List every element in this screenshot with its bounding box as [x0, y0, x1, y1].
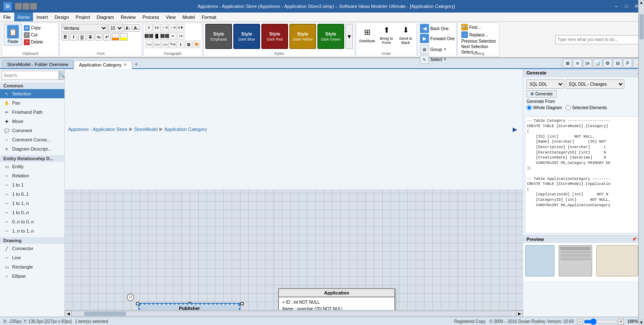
v-scrollbar-track[interactable]	[639, 6, 644, 319]
app-field-id[interactable]: + ID : int NOT NULL	[282, 299, 391, 306]
tool-line[interactable]: ─ Line	[0, 253, 64, 262]
common-section-header[interactable]: Common	[0, 82, 64, 89]
rotate-handle[interactable]: ↺	[127, 294, 134, 301]
align-justify-button[interactable]: ≡	[169, 32, 176, 40]
breadcrumb-store-model[interactable]: StoreModel	[134, 127, 158, 132]
menu-format[interactable]: Format	[198, 13, 220, 21]
align-center-button[interactable]: ▐▌	[153, 32, 161, 40]
menu-model[interactable]: Model	[179, 13, 198, 21]
tab-store-model[interactable]: StoreModel - Folder Overview	[2, 60, 74, 68]
tool-selection[interactable]: ↖ Selection	[0, 89, 64, 98]
style-emphasis-button[interactable]: Style Emphasis	[205, 24, 232, 49]
menu-view[interactable]: View	[163, 13, 179, 21]
h-scrollbar-track[interactable]	[72, 312, 516, 316]
cut-button[interactable]: ✂ Cut	[23, 32, 56, 38]
italic-button[interactable]: I	[70, 33, 77, 41]
superscript-button[interactable]: X²	[103, 33, 111, 41]
valign-mid-button[interactable]: ↕▭	[153, 41, 161, 48]
font-family-select[interactable]: Verdana	[61, 24, 107, 32]
tab-application-category[interactable]: Application Category ✕	[74, 61, 132, 69]
tool-1to1n[interactable]: ─ 1 to 1..n	[0, 199, 64, 208]
send-to-back-button[interactable]: ⬇ Send to Back	[396, 24, 415, 46]
fill-button[interactable]: 🎨	[193, 41, 200, 48]
scroll-left-button[interactable]: ◀	[65, 310, 72, 317]
paste-button[interactable]: 📋 Paste	[4, 24, 22, 46]
line-spacing-button[interactable]: ↕≡	[177, 32, 184, 40]
add-tab-button[interactable]: +	[132, 60, 141, 68]
quick-redo[interactable]	[30, 3, 37, 10]
border-button[interactable]: ▦	[185, 41, 192, 48]
menu-file[interactable]: File	[0, 13, 14, 21]
preview-pin-icon[interactable]: 📌	[632, 237, 636, 241]
ddl-type-select[interactable]: SQL DDL	[526, 79, 564, 89]
subscript-button[interactable]: X₂	[95, 33, 102, 41]
handle-tr[interactable]	[240, 302, 244, 305]
tool-ellipse[interactable]: ○ Ellipse	[0, 271, 64, 281]
copy-button[interactable]: ⧉ Copy	[23, 25, 56, 31]
tool-move[interactable]: ✚ Move	[0, 117, 64, 126]
h-scrollbar-thumb[interactable]	[84, 312, 126, 316]
entity-publisher[interactable]: Publisher + ID : int NOT NULL Name : nva…	[139, 304, 240, 310]
menu-diagram[interactable]: Diagram	[93, 13, 118, 21]
columns-button[interactable]: ⫿	[177, 41, 184, 48]
style-dark-green-button[interactable]: Style Dark Green	[317, 24, 344, 49]
scroll-down-button[interactable]: ▼	[639, 320, 644, 325]
breadcrumb-expand-icon[interactable]: ▶	[510, 125, 519, 134]
list-ordered-button[interactable]: 1≡	[153, 24, 161, 31]
bring-to-front-button[interactable]: ⬆ Bring to Front	[377, 24, 396, 46]
distribute-button[interactable]: ⊞ Distribute	[358, 24, 376, 46]
panel-btn-4[interactable]: 📊	[593, 59, 602, 68]
list-unordered-button[interactable]: ≡	[145, 24, 153, 31]
delete-button[interactable]: ✕ Delete	[23, 39, 56, 46]
handle-tl[interactable]	[136, 302, 139, 305]
whole-diagram-radio-label[interactable]: Whole Diagram	[526, 105, 562, 110]
preview-header[interactable]: Preview 📌 ✕	[523, 235, 644, 243]
tool-1to0n[interactable]: ─ 1 to 0..n	[0, 208, 64, 217]
tool-relation[interactable]: ─ Relation	[0, 171, 64, 180]
maximize-button[interactable]: □	[622, 2, 631, 10]
canvas-scroll[interactable]: ↺ Publisher + ID : int NOT NULL Name : n…	[65, 190, 523, 310]
generate-button[interactable]: ⚙ Generate	[526, 90, 557, 97]
indent-less-button[interactable]: ←≡	[161, 24, 169, 31]
align-right-button[interactable]: ⬛⬛	[161, 32, 169, 40]
tool-1to1[interactable]: ─ 1 to 1	[0, 180, 64, 189]
ddl-changes-select[interactable]: SQL DDL - Changes	[566, 79, 624, 89]
tool-diagram-description[interactable]: ≡ Diagram Descript...	[0, 144, 64, 154]
panel-btn-3[interactable]: |≡	[583, 59, 592, 68]
tab-close-icon[interactable]: ✕	[123, 62, 127, 67]
menu-review[interactable]: Review	[118, 13, 139, 21]
tool-0nto0n[interactable]: ─ 0..n to 0..n	[0, 217, 64, 226]
valign-bot-button[interactable]: ↓▭	[161, 41, 169, 48]
panel-btn-7[interactable]: F	[623, 59, 632, 68]
zoom-out-button[interactable]: –	[577, 319, 583, 325]
quick-save[interactable]	[15, 3, 22, 10]
quick-undo[interactable]	[23, 3, 29, 10]
app-field-name[interactable]: Name : nvarchar (70) NOT NULL	[282, 306, 391, 310]
tool-freehand[interactable]: ✏ Freehand Path	[0, 107, 64, 117]
breadcrumb-root[interactable]: Appstorex - Application Store	[68, 127, 128, 132]
tool-pan[interactable]: ✋ Pan	[0, 98, 64, 107]
minimize-button[interactable]: –	[612, 2, 621, 10]
v-scrollbar-thumb[interactable]	[639, 14, 644, 39]
zoom-in-button[interactable]: +	[618, 319, 624, 325]
font-size-select[interactable]: 10	[108, 24, 123, 32]
horizontal-scrollbar[interactable]: ◀ ▶	[65, 310, 523, 317]
left-panel-search-input[interactable]	[2, 71, 59, 80]
tool-1to01[interactable]: ─ 1 to 0..1	[0, 189, 64, 199]
bold-button[interactable]: B	[61, 33, 69, 41]
breadcrumb-app-category[interactable]: Application Category	[164, 127, 207, 132]
underline-button[interactable]: U	[78, 33, 86, 41]
menu-insert[interactable]: Insert	[33, 13, 51, 21]
entity-application[interactable]: Application + ID : int NOT NULL Name : n…	[278, 288, 395, 310]
scroll-up-button[interactable]: ▲	[639, 0, 644, 5]
strikethrough-button[interactable]: S	[87, 33, 94, 41]
style-dark-red-button[interactable]: Style Dark Red	[261, 24, 288, 49]
ribbon-search-input[interactable]	[555, 35, 639, 44]
whole-diagram-radio[interactable]	[526, 105, 532, 110]
style-dark-blue-button[interactable]: Style Dark Blue	[233, 24, 260, 49]
style-dark-yellow-button[interactable]: Style Dark Yellow	[289, 24, 316, 49]
tool-comment-connector[interactable]: ╌ Comment Conne...	[0, 135, 64, 144]
tool-comment[interactable]: 💬 Comment	[0, 126, 64, 135]
menu-process[interactable]: Process	[139, 13, 163, 21]
valign-top-button[interactable]: ↑▭	[145, 41, 153, 48]
